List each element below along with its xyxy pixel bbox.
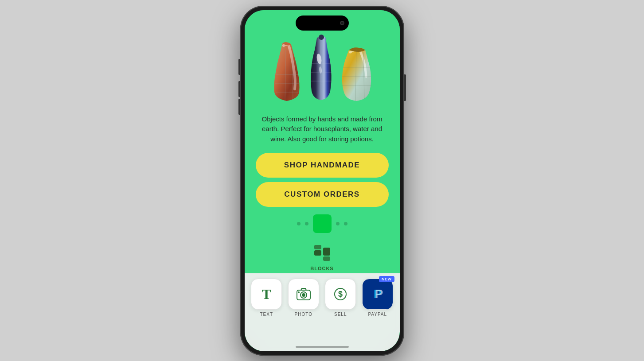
- svg-point-23: [302, 293, 305, 297]
- svg-rect-11: [319, 35, 324, 40]
- carousel-section: [245, 209, 400, 237]
- camera-dot: [340, 21, 344, 25]
- carousel-dot-5[interactable]: [344, 222, 347, 225]
- svg-text:$: $: [338, 290, 343, 299]
- sell-icon-box[interactable]: $: [325, 279, 356, 310]
- buttons-section: SHOP HANDMADE CUSTOM ORDERS: [245, 148, 400, 209]
- blocks-icon-wrapper[interactable]: [310, 241, 334, 265]
- dynamic-island: [296, 16, 349, 31]
- photo-tool-label: PHOTO: [295, 312, 312, 317]
- photo-icon: [297, 288, 311, 300]
- svg-rect-20: [323, 256, 330, 261]
- text-icon: T: [262, 286, 271, 303]
- custom-orders-button[interactable]: CUSTOM ORDERS: [256, 182, 389, 207]
- shop-handmade-button[interactable]: SHOP HANDMADE: [256, 153, 389, 178]
- photo-icon-box[interactable]: [288, 279, 319, 310]
- description-text: Objects formed by hands and made from ea…: [258, 114, 386, 144]
- text-tool-label: TEXT: [260, 312, 273, 317]
- blocks-label: BLOCKS: [310, 266, 333, 271]
- paypal-icon: P P: [370, 286, 386, 302]
- new-badge: NEW: [379, 276, 394, 282]
- toolbar-section: T TEXT PHOTO: [245, 273, 400, 351]
- carousel-dots: [297, 214, 347, 233]
- paypal-icon-box[interactable]: P P: [362, 279, 393, 310]
- home-indicator: [296, 346, 349, 348]
- sell-tool-label: SELL: [334, 312, 347, 317]
- carousel-dot-4[interactable]: [336, 222, 340, 225]
- phone-screen: Objects formed by hands and made from ea…: [245, 10, 400, 351]
- carousel-dot-active[interactable]: [313, 214, 332, 233]
- pottery-vase-center: [304, 35, 338, 103]
- tool-text: T TEXT: [250, 279, 284, 342]
- blocks-icon: [313, 244, 331, 262]
- svg-rect-18: [314, 245, 321, 249]
- paypal-tool-label: PAYPAL: [368, 312, 387, 317]
- svg-rect-17: [314, 250, 321, 256]
- description-section: Objects formed by hands and made from ea…: [245, 108, 400, 149]
- carousel-dot-2[interactable]: [305, 222, 308, 225]
- phone-frame: Objects formed by hands and made from ea…: [240, 6, 404, 356]
- blocks-section: BLOCKS: [245, 237, 400, 273]
- carousel-dot-1[interactable]: [297, 222, 301, 225]
- svg-rect-19: [323, 248, 330, 256]
- tool-photo: PHOTO: [287, 279, 320, 342]
- sell-icon: $: [334, 287, 347, 301]
- pottery-vase-left: [269, 41, 304, 103]
- tool-paypal: NEW P P PAYPAL: [361, 279, 394, 342]
- svg-text:P: P: [375, 287, 383, 301]
- tool-sell: $ SELL: [324, 279, 358, 342]
- text-icon-box[interactable]: T: [251, 279, 282, 310]
- svg-point-24: [298, 291, 300, 293]
- pottery-vase-right: [338, 46, 375, 103]
